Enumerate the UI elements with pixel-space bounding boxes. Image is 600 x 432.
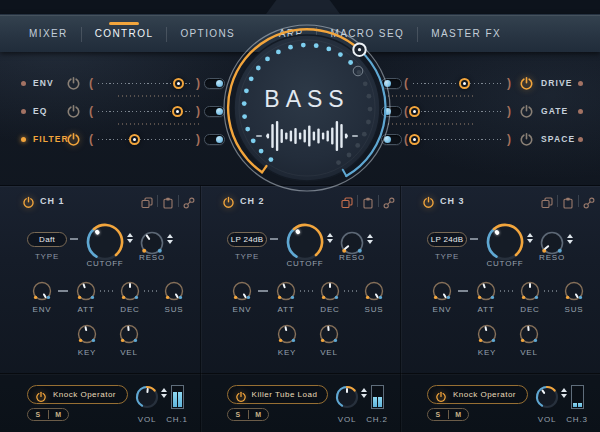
slider-handle[interactable] bbox=[409, 106, 420, 117]
dec-knob[interactable] bbox=[119, 280, 141, 302]
cutoff-knob[interactable] bbox=[86, 223, 124, 261]
sus-knob[interactable] bbox=[563, 280, 585, 302]
copy-icon[interactable] bbox=[141, 195, 153, 207]
power-icon[interactable] bbox=[519, 76, 534, 91]
key-knob[interactable] bbox=[476, 323, 498, 345]
dec-knob[interactable] bbox=[519, 280, 541, 302]
volume-stepper[interactable] bbox=[560, 388, 568, 398]
link-icon[interactable] bbox=[183, 195, 195, 207]
power-icon[interactable] bbox=[22, 195, 35, 208]
filter-type-dropdown[interactable]: LP 24dB bbox=[227, 232, 267, 247]
mute-button[interactable]: M bbox=[449, 409, 469, 420]
power-icon[interactable] bbox=[35, 389, 47, 401]
att-knob[interactable] bbox=[475, 280, 497, 302]
sus-knob[interactable] bbox=[363, 280, 385, 302]
cutoff-knob[interactable] bbox=[486, 223, 524, 261]
dial-position-marker[interactable] bbox=[353, 44, 365, 56]
power-icon[interactable] bbox=[519, 104, 534, 119]
solo-mute-group: S M bbox=[227, 408, 269, 421]
slider-handle[interactable] bbox=[173, 78, 184, 89]
vel-knob[interactable] bbox=[518, 323, 540, 345]
connector-dash bbox=[270, 238, 278, 240]
slider-handle[interactable] bbox=[129, 134, 140, 145]
mute-button[interactable]: M bbox=[249, 409, 269, 420]
filter-type-dropdown[interactable]: LP 24dB bbox=[427, 232, 467, 247]
gate-amount-slider[interactable] bbox=[403, 103, 513, 120]
reso-stepper[interactable] bbox=[366, 234, 374, 244]
att-knob[interactable] bbox=[275, 280, 297, 302]
power-icon[interactable] bbox=[422, 195, 435, 208]
tab-mixer[interactable]: MIXER bbox=[16, 15, 81, 53]
env-knob[interactable] bbox=[31, 280, 53, 302]
power-icon[interactable] bbox=[435, 389, 447, 401]
env-amount-slider[interactable] bbox=[88, 75, 202, 92]
operator-dropdown[interactable]: Knock Operator bbox=[27, 385, 128, 404]
space-amount-slider[interactable] bbox=[403, 131, 513, 148]
cutoff-stepper[interactable] bbox=[126, 233, 134, 243]
volume-stepper[interactable] bbox=[360, 388, 368, 398]
link-icon[interactable] bbox=[583, 195, 595, 207]
module-label: SPACE bbox=[541, 131, 575, 148]
key-knob[interactable] bbox=[76, 323, 98, 345]
att-knob[interactable] bbox=[75, 280, 97, 302]
volume-label: VOL bbox=[332, 415, 362, 424]
slider-handle[interactable] bbox=[172, 106, 183, 117]
power-icon[interactable] bbox=[66, 76, 81, 91]
space-module-row: SPACE bbox=[378, 131, 589, 148]
volume-knob[interactable] bbox=[535, 385, 559, 409]
paste-icon[interactable] bbox=[562, 195, 574, 207]
reso-label: RESO bbox=[332, 253, 372, 262]
env-knob[interactable] bbox=[231, 280, 253, 302]
operator-dropdown[interactable]: Killer Tube Load bbox=[227, 385, 328, 404]
mute-button[interactable]: M bbox=[49, 409, 69, 420]
status-dot bbox=[21, 81, 26, 86]
knob-indicator bbox=[74, 321, 100, 347]
att-label: ATT bbox=[269, 305, 303, 314]
dec-knob[interactable] bbox=[319, 280, 341, 302]
tab-master-fx[interactable]: MASTER FX bbox=[418, 15, 514, 53]
drive-amount-slider[interactable] bbox=[403, 75, 513, 92]
cutoff-knob[interactable] bbox=[286, 223, 324, 261]
sus-label: SUS bbox=[557, 305, 591, 314]
solo-button[interactable]: S bbox=[228, 409, 248, 420]
filter-amount-slider[interactable] bbox=[88, 131, 202, 148]
vel-knob[interactable] bbox=[318, 323, 340, 345]
drive-module-row: DRIVE bbox=[378, 75, 589, 92]
copy-icon[interactable] bbox=[541, 195, 553, 207]
eq-amount-slider[interactable] bbox=[88, 103, 202, 120]
solo-button[interactable]: S bbox=[28, 409, 48, 420]
env-knob[interactable] bbox=[431, 280, 453, 302]
solo-button[interactable]: S bbox=[428, 409, 448, 420]
power-icon[interactable] bbox=[66, 132, 81, 147]
slider-bracket-right bbox=[196, 132, 200, 147]
volume-knob[interactable] bbox=[335, 385, 359, 409]
filter-type-dropdown[interactable]: Daft bbox=[27, 232, 67, 247]
meter-bar bbox=[373, 397, 377, 407]
channels-section: CH 1 Daft TYPE CUTOFF RESO bbox=[0, 185, 600, 432]
key-knob[interactable] bbox=[276, 323, 298, 345]
master-dial[interactable]: BASS bbox=[207, 8, 407, 208]
att-label: ATT bbox=[469, 305, 503, 314]
operator-value: Knock Operator bbox=[48, 386, 121, 404]
sus-label: SUS bbox=[357, 305, 391, 314]
operator-value: Knock Operator bbox=[448, 386, 521, 404]
paste-icon[interactable] bbox=[162, 195, 174, 207]
reso-stepper[interactable] bbox=[166, 234, 174, 244]
status-dot bbox=[578, 109, 583, 114]
slider-handle[interactable] bbox=[459, 78, 470, 89]
volume-stepper[interactable] bbox=[160, 388, 168, 398]
power-icon[interactable] bbox=[66, 104, 81, 119]
tab-control[interactable]: CONTROL bbox=[82, 15, 167, 53]
volume-knob[interactable] bbox=[135, 385, 159, 409]
dec-label: DEC bbox=[113, 305, 147, 314]
sus-knob[interactable] bbox=[163, 280, 185, 302]
volume-label: VOL bbox=[532, 415, 562, 424]
reso-stepper[interactable] bbox=[566, 234, 574, 244]
operator-value: Killer Tube Load bbox=[248, 386, 321, 404]
slider-handle[interactable] bbox=[409, 134, 420, 145]
meter-label: CH.3 bbox=[560, 415, 594, 424]
operator-dropdown[interactable]: Knock Operator bbox=[427, 385, 528, 404]
vel-knob[interactable] bbox=[118, 323, 140, 345]
power-icon[interactable] bbox=[235, 389, 247, 401]
power-icon[interactable] bbox=[519, 132, 534, 147]
